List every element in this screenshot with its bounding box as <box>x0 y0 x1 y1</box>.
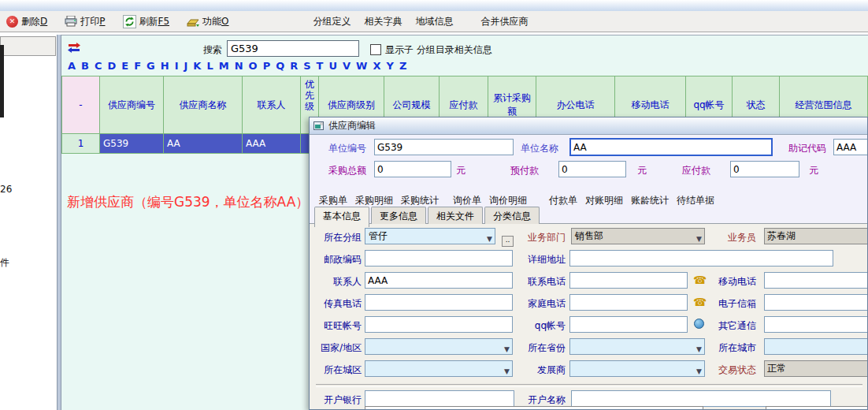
alphabet-link[interactable]: V <box>343 60 351 72</box>
alphabet-link[interactable]: L <box>206 60 213 72</box>
country-combo[interactable]: ▼ <box>365 338 513 355</box>
inquiry-detail-link[interactable]: 询价明细 <box>489 194 527 207</box>
alphabet-link[interactable]: X <box>373 60 380 72</box>
district-combo[interactable]: ▼ <box>365 360 513 377</box>
menu-group-define[interactable]: 分组定义 <box>310 13 355 31</box>
alphabet-link[interactable]: J <box>184 60 188 72</box>
alphabet-link[interactable]: E <box>121 60 128 72</box>
chevron-down-icon: ▼ <box>504 364 510 379</box>
tab-category-info[interactable]: 分类信息 <box>484 207 540 224</box>
delete-button[interactable]: ✕ 删除D <box>6 15 47 28</box>
group-combo[interactable]: 管仔▼ <box>365 228 495 244</box>
trade-status-label: 交易状态 <box>704 363 756 377</box>
alphabet-link[interactable]: R <box>290 60 298 72</box>
col-supplier-name[interactable]: 供应商名称 <box>164 76 243 134</box>
col-supplier-no[interactable]: 供应商编号 <box>100 76 164 134</box>
unit-no-field[interactable] <box>374 139 514 155</box>
clipped-field[interactable] <box>766 406 868 410</box>
contact-cell[interactable]: AAA <box>243 134 301 154</box>
clipped-field[interactable] <box>365 406 703 410</box>
alphabet-link[interactable]: M <box>219 60 229 72</box>
alphabet-link[interactable]: K <box>193 60 201 72</box>
supplier-name-cell[interactable]: AA <box>164 134 243 154</box>
purchase-stats-link[interactable]: 采购统计 <box>401 194 439 207</box>
row-index-cell[interactable]: 1 <box>61 134 100 154</box>
supplier-no-cell[interactable]: G539 <box>100 134 164 154</box>
alphabet-link[interactable]: Q <box>276 60 284 72</box>
payment-link[interactable]: 付款单 <box>549 194 577 207</box>
email-field[interactable] <box>764 294 868 311</box>
dialog-titlebar[interactable]: 供应商编辑 <box>310 117 867 135</box>
purchase-total-field[interactable] <box>374 161 451 177</box>
menu-merge-supplier[interactable]: 合并供应商 <box>477 13 532 31</box>
refresh-button[interactable]: 刷新F5 <box>123 15 170 28</box>
zip-field[interactable] <box>365 250 513 266</box>
swap-arrows-icon[interactable] <box>68 42 80 53</box>
alphabet-link[interactable]: U <box>328 60 337 72</box>
col-contact[interactable]: 联系人 <box>243 76 301 134</box>
qq-icon[interactable] <box>694 319 704 329</box>
alphabet-link[interactable]: A <box>68 60 76 72</box>
salesman-field[interactable] <box>764 228 868 244</box>
alphabet-link[interactable]: D <box>108 60 117 72</box>
purchase-total-label: 采购总额 <box>316 164 366 177</box>
bank-field[interactable] <box>365 390 514 407</box>
mobile-field[interactable] <box>764 272 868 289</box>
left-panel-header-box <box>0 36 56 56</box>
tab-basic-info[interactable]: 基本信息 <box>314 207 369 227</box>
alphabet-link[interactable]: W <box>356 60 367 72</box>
alphabet-link[interactable]: G <box>147 60 155 72</box>
alphabet-link[interactable]: T <box>317 60 324 72</box>
home-phone-field[interactable] <box>569 294 688 311</box>
other-im-field[interactable] <box>764 316 868 333</box>
chevron-down-icon: ▼ <box>504 342 510 357</box>
dialog-window-icon <box>313 121 324 130</box>
phone-field[interactable] <box>569 272 688 289</box>
country-label: 国家/地区 <box>313 341 362 355</box>
trade-status-field[interactable] <box>764 360 868 377</box>
fax-field[interactable] <box>365 294 513 311</box>
pending-docs-link[interactable]: 待结单据 <box>677 194 714 207</box>
tab-more-info[interactable]: 更多信息 <box>371 207 426 224</box>
bank-name-field[interactable] <box>571 390 831 407</box>
show-sub-checkbox[interactable] <box>370 44 381 55</box>
alphabet-link[interactable]: H <box>161 60 169 72</box>
alphabet-link[interactable]: B <box>81 60 89 72</box>
col-row-marker[interactable]: - <box>61 76 100 134</box>
search-input[interactable] <box>227 40 359 57</box>
prepaid-field[interactable] <box>558 161 626 177</box>
aging-stats-link[interactable]: 账龄统计 <box>631 194 669 207</box>
contact-field[interactable] <box>365 272 513 289</box>
purchase-detail-link[interactable]: 采购明细 <box>355 194 393 207</box>
unit-name-field[interactable] <box>569 138 773 156</box>
wangwang-field[interactable] <box>365 316 513 333</box>
address-field[interactable] <box>569 250 833 266</box>
alphabet-link[interactable]: I <box>175 60 179 72</box>
alphabet-link[interactable]: S <box>303 60 310 72</box>
mnemonic-field[interactable] <box>833 139 868 155</box>
city-field[interactable] <box>764 338 868 355</box>
qq-field[interactable] <box>569 316 688 333</box>
province-combo[interactable]: ▼ <box>569 338 705 355</box>
function-button[interactable]: 功能O <box>187 15 228 28</box>
dept-combo[interactable]: 销售部▼ <box>571 228 705 244</box>
menu-related-dict[interactable]: 相关字典 <box>361 13 406 31</box>
alphabet-link[interactable]: Z <box>399 60 406 72</box>
developer-combo[interactable]: ▼ <box>569 360 705 377</box>
alphabet-link[interactable]: C <box>95 60 102 72</box>
alphabet-link[interactable]: N <box>235 60 243 72</box>
inquiry-link[interactable]: 询价单 <box>453 194 481 207</box>
reconcile-detail-link[interactable]: 对账明细 <box>585 194 623 207</box>
payable-field[interactable] <box>730 161 799 177</box>
alphabet-link[interactable]: P <box>263 60 271 72</box>
group-more-button[interactable]: .. <box>502 236 514 247</box>
menu-region-info[interactable]: 地域信息 <box>412 13 458 31</box>
phone-label: 联系电话 <box>517 275 566 289</box>
print-button[interactable]: 打印P <box>65 15 105 28</box>
purchase-order-link[interactable]: 采购单 <box>319 194 347 207</box>
alphabet-link[interactable]: O <box>249 60 258 72</box>
tab-related-files[interactable]: 相关文件 <box>428 207 483 224</box>
refresh-icon <box>123 15 136 28</box>
alphabet-link[interactable]: Y <box>386 60 393 72</box>
alphabet-link[interactable]: F <box>134 60 141 72</box>
